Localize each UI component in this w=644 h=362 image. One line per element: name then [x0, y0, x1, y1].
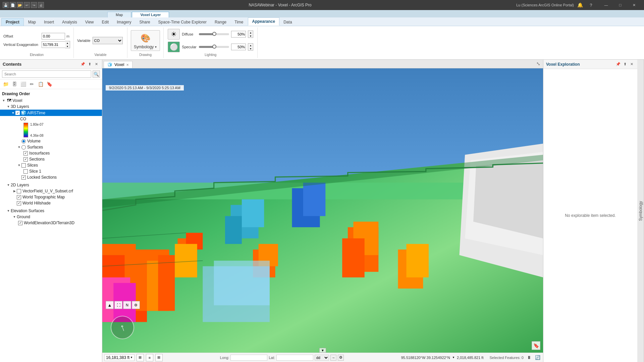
tool-select-rect[interactable]: ⬜: [19, 80, 27, 88]
coord-options-btn[interactable]: ⚙: [338, 355, 344, 361]
tree-item-volume[interactable]: Volume: [0, 138, 102, 144]
refresh-btn[interactable]: 🔄: [534, 354, 541, 361]
worldtopo-checkbox[interactable]: ✓: [17, 195, 21, 199]
notification-icon[interactable]: 🔔: [577, 2, 583, 8]
voxel-panel-pin-btn[interactable]: 📌: [615, 61, 621, 67]
tab-range[interactable]: Range: [211, 18, 230, 26]
elev-surfaces-expand-icon[interactable]: ▼: [6, 208, 11, 213]
2dlayers-expand-icon[interactable]: ▼: [6, 183, 11, 187]
slices-checkbox[interactable]: [21, 163, 26, 168]
tool-edit-pencil[interactable]: ✏: [28, 80, 36, 88]
specular-spinner[interactable]: ▲ ▼: [248, 43, 253, 51]
voxel-expand-icon[interactable]: ▼: [1, 98, 6, 103]
specular-pct-input[interactable]: [231, 44, 246, 50]
lat-input[interactable]: [276, 355, 313, 361]
surfaces-expand-icon[interactable]: ▼: [17, 145, 21, 149]
map-tab-close-icon[interactable]: ✕: [126, 63, 129, 67]
variable-select[interactable]: CO: [93, 37, 123, 44]
tool-folder[interactable]: 📁: [2, 80, 9, 88]
airstime-expand-icon[interactable]: ▼: [11, 111, 15, 115]
airstime-checkbox[interactable]: ✓: [15, 111, 20, 115]
tab-map[interactable]: Map: [24, 18, 40, 26]
close-btn[interactable]: ✕: [627, 0, 641, 10]
tab-insert[interactable]: Insert: [40, 18, 58, 26]
slice1-checkbox[interactable]: [23, 169, 28, 174]
scale-dropdown-icon[interactable]: ▼: [130, 356, 133, 359]
isosurfaces-checkbox[interactable]: ✓: [23, 151, 28, 156]
map-tab-voxel[interactable]: 🧊 Voxel ✕: [104, 61, 132, 68]
surfaces-radio[interactable]: [21, 145, 26, 149]
map-bookmark-btn[interactable]: 🔖: [532, 341, 540, 350]
redo-icon[interactable]: ↪: [31, 2, 37, 8]
map-bottom-expand-btn[interactable]: ▼: [319, 348, 326, 353]
tree-item-2dlayers[interactable]: ▼ 2D Layers: [0, 182, 102, 188]
symbology-side-tab[interactable]: Symbology: [637, 60, 644, 362]
help-btn[interactable]: ?: [586, 0, 596, 10]
tool-bookmark[interactable]: 🔖: [46, 80, 53, 88]
tab-edit[interactable]: Edit: [98, 18, 113, 26]
panel-float-btn[interactable]: ⬆: [87, 61, 93, 67]
tree-item-worldtopo[interactable]: ✓ World Topographic Map: [0, 194, 102, 200]
long-input[interactable]: [230, 355, 267, 361]
vectorfield-checkbox[interactable]: [17, 189, 21, 193]
map-body[interactable]: 9/2/2020 5:25:13 AM - 9/3/2020 5:25:13 A…: [102, 68, 543, 353]
tree-item-airstime[interactable]: ▼ ✓ 🧊 AIRSTime: [0, 110, 102, 116]
diffuse-slider-thumb[interactable]: [212, 32, 216, 36]
minimize-btn[interactable]: —: [599, 0, 613, 10]
tree-item-locked-sections[interactable]: ✓ Locked Sections: [0, 174, 102, 180]
map-expand-icon[interactable]: ⤡: [535, 60, 542, 67]
diffuse-icon-btn[interactable]: ☀: [168, 29, 180, 40]
offset-input[interactable]: [42, 33, 65, 40]
nav-btn-3[interactable]: ⊞: [155, 354, 163, 361]
search-btn[interactable]: 🔍: [93, 70, 100, 78]
tree-item-isosurfaces[interactable]: ✓ Isosurfaces: [0, 150, 102, 156]
map-fullscreen-btn[interactable]: ⛶: [114, 301, 122, 309]
panel-pin-btn[interactable]: 📌: [80, 61, 86, 67]
coord-go-btn[interactable]: →: [330, 355, 336, 361]
pause-btn[interactable]: ⏸: [526, 354, 532, 361]
vert-exag-up[interactable]: ▲: [65, 41, 70, 45]
map-north-btn[interactable]: N: [123, 301, 131, 309]
specular-icon-btn[interactable]: ⚪: [168, 42, 180, 52]
compass[interactable]: ↑: [111, 316, 134, 339]
tool-database[interactable]: 🗄: [11, 80, 18, 88]
tab-spacetime[interactable]: Space-Time Cube Explorer: [154, 18, 211, 26]
tab-imagery[interactable]: Imagery: [113, 18, 135, 26]
tree-item-slices[interactable]: ▼ Slices: [0, 162, 102, 168]
map-zoom-up-btn[interactable]: ▲: [106, 301, 114, 309]
tree-item-vectorfield[interactable]: ▶ VectorField_U_V_Subset.crf: [0, 188, 102, 194]
tree-item-worldhillshade[interactable]: ✓ World Hillshade: [0, 200, 102, 206]
vert-exag-input[interactable]: [42, 41, 65, 48]
tree-item-3dlayers[interactable]: ▼ 3D Layers: [0, 104, 102, 110]
tab-view[interactable]: View: [81, 18, 98, 26]
tool-table[interactable]: 📋: [37, 80, 44, 88]
tree-item-voxel[interactable]: ▼ 🗺 Voxel: [0, 97, 102, 104]
scale-selector[interactable]: 16,181,383 ft ▼: [104, 354, 135, 361]
tree-item-worldelev[interactable]: ✓ WorldElevation3D/Terrain3D: [0, 220, 102, 226]
symbology-btn[interactable]: 🎨 Symbology ▼: [131, 30, 160, 51]
vert-exag-down[interactable]: ▼: [65, 45, 70, 48]
ground-expand-icon[interactable]: ▼: [12, 215, 17, 219]
context-tab-voxel-layer[interactable]: Voxel Layer: [132, 12, 169, 17]
nav-btn-2[interactable]: ≡: [146, 354, 153, 361]
sections-checkbox[interactable]: ✓: [23, 157, 28, 162]
undo-icon[interactable]: ↩: [24, 2, 30, 8]
open-icon[interactable]: 📂: [17, 2, 23, 8]
print-icon[interactable]: 🖨: [38, 2, 44, 8]
tree-item-surfaces[interactable]: ▼ Surfaces: [0, 144, 102, 150]
worldhillshade-checkbox[interactable]: ✓: [17, 201, 21, 205]
toolbar-icons[interactable]: 💾 📄 📂 ↩ ↪ 🖨: [3, 2, 44, 8]
tab-data[interactable]: Data: [279, 18, 296, 26]
tree-item-slice1[interactable]: Slice 1: [0, 168, 102, 174]
panel-close-btn[interactable]: ✕: [93, 61, 99, 67]
3dlayers-expand-icon[interactable]: ▼: [6, 104, 11, 109]
nav-btn-1[interactable]: ⊞: [137, 354, 144, 361]
voxel-panel-close-btn[interactable]: ✕: [629, 61, 635, 67]
vectorfield-expand-icon[interactable]: ▶: [12, 189, 17, 193]
tab-analysis[interactable]: Analysis: [58, 18, 81, 26]
map-extra-btn[interactable]: ⚙: [132, 301, 140, 309]
coord-format-select[interactable]: dd dms: [315, 355, 329, 361]
voxel-panel-float-btn[interactable]: ⬆: [622, 61, 628, 67]
tree-item-sections[interactable]: ✓ Sections: [0, 156, 102, 162]
specular-slider-thumb[interactable]: [212, 45, 216, 49]
